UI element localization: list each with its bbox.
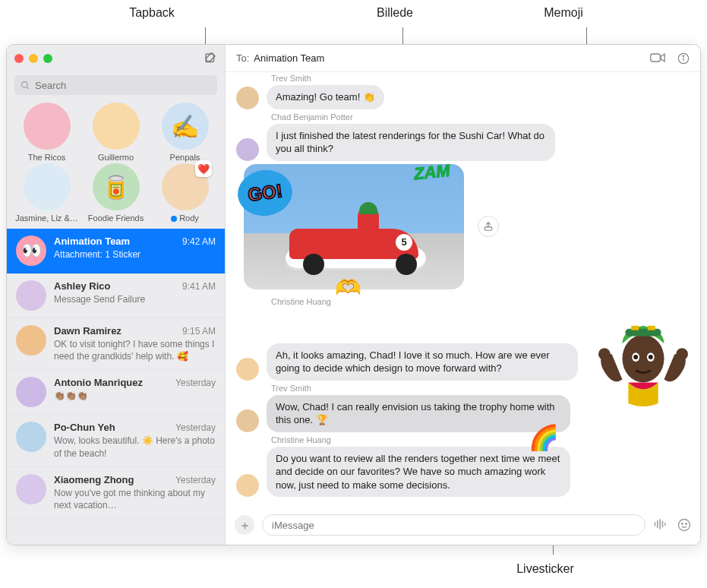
avatar <box>16 377 46 407</box>
conversation-name: Ashley Rico <box>54 280 178 292</box>
pinned-conversation[interactable]: 🥫Foodie Friends <box>82 163 150 223</box>
pinned-conversations: The RicosGuillermo✍️PenpalsJasmine, Liz … <box>7 101 225 229</box>
callout-livesticker: Livesticker <box>492 562 598 576</box>
pin-label: Rody <box>151 213 219 223</box>
search-icon <box>21 81 30 90</box>
avatar[interactable] <box>236 138 259 161</box>
avatar <box>16 422 46 452</box>
callout-tapback: Tapback <box>106 6 197 20</box>
pinned-conversation[interactable]: The Ricos <box>13 103 80 162</box>
conversation-header: To: Animation Team <box>226 45 700 72</box>
avatar: 👀 <box>16 236 46 266</box>
message-row: Ah, it looks amazing, Chad! I love it so… <box>236 343 690 381</box>
search-bar[interactable] <box>14 75 217 95</box>
messages-window: The RicosGuillermo✍️PenpalsJasmine, Liz … <box>6 44 701 545</box>
conversation-row[interactable]: Po-Chun YehYesterdayWow, looks beautiful… <box>7 415 225 466</box>
go-sticker[interactable]: GO! <box>238 170 292 216</box>
search-input[interactable] <box>35 80 211 91</box>
pinned-conversation[interactable]: ✍️Penpals <box>151 103 219 162</box>
compose-button[interactable] <box>204 52 217 65</box>
facetime-video-icon[interactable] <box>650 52 665 65</box>
sender-label: Chad Benjamin Potter <box>271 112 690 122</box>
pin-avatar <box>93 103 140 150</box>
minimize-button[interactable] <box>29 54 38 63</box>
message-thread: Trev Smith Amazing! Go team! 👏 Chad Benj… <box>226 72 700 508</box>
avatar[interactable] <box>236 409 259 432</box>
callout-memoji: Memoji <box>526 6 601 20</box>
status-dot-icon <box>171 216 177 222</box>
message-row: I just finished the latest renderings fo… <box>236 124 690 161</box>
message-composer: ＋ <box>226 508 700 545</box>
conversation-time: Yesterday <box>175 378 216 388</box>
message-bubble[interactable]: Amazing! Go team! 👏 <box>267 85 384 109</box>
audio-message-icon[interactable] <box>653 518 668 532</box>
pin-label: Guillermo <box>82 153 150 162</box>
conversation-name: Xiaomeng Zhong <box>54 474 171 485</box>
conversation-preview: Now you've got me thinking about my next… <box>54 487 216 511</box>
conversation-list: 👀Animation Team9:42 AMAttachment: 1 Stic… <box>7 229 225 545</box>
svg-point-23 <box>679 520 690 531</box>
avatar[interactable] <box>236 87 259 109</box>
message-bubble[interactable]: Ah, it looks amazing, Chad! I love it so… <box>267 343 578 381</box>
recipient-name[interactable]: Animation Team <box>254 52 324 64</box>
avatar <box>16 474 46 504</box>
message-row: Do you want to review all the renders to… <box>236 447 690 498</box>
conversation-preview: 👏🏽👏🏽👏🏽 <box>54 390 216 402</box>
close-button[interactable] <box>14 54 24 63</box>
message-bubble[interactable]: Do you want to review all the renders to… <box>267 447 570 498</box>
image-attachment[interactable]: 5 GO! ZAM 🫶 <box>244 164 464 289</box>
conversation-time: 9:15 AM <box>182 326 216 337</box>
conversation-row[interactable]: Ashley Rico9:41 AMMessage Send Failure <box>7 273 225 318</box>
sender-label: Christine Huang <box>271 297 690 306</box>
svg-point-1 <box>22 81 28 87</box>
conversation-time: 9:42 AM <box>182 236 216 247</box>
pin-label: Foodie Friends <box>82 213 150 223</box>
zoom-button[interactable] <box>43 54 52 63</box>
pin-avatar <box>24 103 71 150</box>
zam-sticker[interactable]: ZAM <box>413 160 451 184</box>
svg-point-25 <box>686 523 687 525</box>
conversation-pane: To: Animation Team Trev Smith Amazing! G… <box>226 45 700 545</box>
callout-billede: Billede <box>357 6 433 20</box>
info-icon[interactable] <box>677 52 690 65</box>
message-row: Wow, Chad! I can really envision us taki… <box>236 395 690 432</box>
message-bubble[interactable]: Wow, Chad! I can really envision us taki… <box>267 395 570 432</box>
conversation-preview: Wow, looks beautiful. ☀️ Here's a photo … <box>54 435 216 459</box>
pin-label: Jasmine, Liz &… <box>13 213 80 223</box>
pin-avatar: 🥫 <box>93 163 140 210</box>
emoji-picker-icon[interactable] <box>677 518 691 532</box>
conversation-preview: Attachment: 1 Sticker <box>54 248 216 261</box>
message-bubble[interactable]: I just finished the latest renderings fo… <box>267 124 555 161</box>
apps-button[interactable]: ＋ <box>235 515 254 535</box>
svg-rect-3 <box>651 54 661 62</box>
conversation-name: Dawn Ramirez <box>54 325 178 337</box>
pinned-conversation[interactable]: Guillermo <box>82 103 150 162</box>
pinned-conversation[interactable]: ❤️Rody <box>151 163 219 223</box>
conversation-time: Yesterday <box>175 422 216 433</box>
svg-point-24 <box>682 523 683 525</box>
tapback-heart-icon: ❤️ <box>195 160 212 177</box>
message-field-wrapper[interactable] <box>262 514 645 536</box>
conversation-name: Animation Team <box>54 236 178 247</box>
conversation-row[interactable]: Xiaomeng ZhongYesterdayNow you've got me… <box>7 467 225 519</box>
share-button[interactable] <box>478 216 499 237</box>
sender-label: Trev Smith <box>271 384 690 393</box>
conversation-time: Yesterday <box>175 475 216 485</box>
conversation-row[interactable]: 👀Animation Team9:42 AMAttachment: 1 Stic… <box>7 229 225 273</box>
pin-avatar <box>24 163 71 210</box>
message-input[interactable] <box>272 520 636 531</box>
pin-avatar: ✍️ <box>162 103 209 150</box>
conversation-name: Antonio Manriquez <box>54 377 171 388</box>
message-row: Amazing! Go team! 👏 <box>236 85 690 109</box>
avatar[interactable] <box>236 358 259 381</box>
svg-line-2 <box>27 87 29 89</box>
pinned-conversation[interactable]: Jasmine, Liz &… <box>13 163 80 223</box>
conversation-row[interactable]: Antonio ManriquezYesterday👏🏽👏🏽👏🏽 <box>7 370 225 415</box>
heart-hands-sticker[interactable]: 🫶 <box>335 275 361 300</box>
image-message-row: 5 GO! ZAM 🫶 <box>236 164 690 289</box>
avatar[interactable] <box>236 474 259 497</box>
avatar <box>16 325 46 356</box>
conversation-row[interactable]: Dawn Ramirez9:15 AMOK to visit tonight? … <box>7 318 225 370</box>
conversation-name: Po-Chun Yeh <box>54 422 171 433</box>
sender-label: Trev Smith <box>271 74 690 83</box>
